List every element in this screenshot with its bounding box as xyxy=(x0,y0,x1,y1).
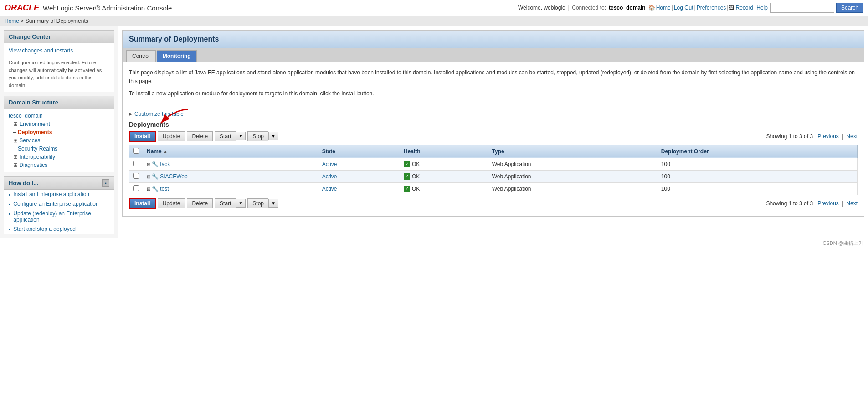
ds-root[interactable]: tesco_domain xyxy=(4,112,114,120)
sidebar-item-deployments[interactable]: – Deployments xyxy=(4,128,114,136)
hdi-item-install[interactable]: Install an Enterprise application xyxy=(4,190,114,199)
showing-count-top: Showing 1 to 3 of 3 xyxy=(766,133,813,140)
tab-control[interactable]: Control xyxy=(126,50,156,62)
content-area: Summary of Deployments Control Monitorin… xyxy=(118,26,868,238)
row-checkbox-1 xyxy=(129,170,143,182)
row-name-link-1[interactable]: SIACEWeb xyxy=(160,173,187,180)
row-name-2: ⊞ 🔧 test xyxy=(143,182,318,195)
domain-structure-tree: tesco_domain ⊞ Environment – Deployments… xyxy=(4,109,114,172)
start-split-top: Start ▼ xyxy=(215,131,246,141)
row-state-link-1[interactable]: Active xyxy=(322,173,337,180)
main-layout: Change Center View changes and restarts … xyxy=(0,26,868,238)
next-link-bottom[interactable]: Next xyxy=(846,200,858,207)
description-p2: To install a new application or module f… xyxy=(129,89,858,98)
row-checkbox-0 xyxy=(129,158,143,170)
hdi-item-update[interactable]: Update (redeploy) an Enterprise applicat… xyxy=(4,209,114,224)
start-arrow-bottom[interactable]: ▼ xyxy=(236,199,246,208)
view-changes-link[interactable]: View changes and restarts xyxy=(4,46,114,55)
row-health-text-1: OK xyxy=(412,173,420,180)
change-center-title: Change Center xyxy=(4,31,114,43)
start-split-bottom: Start ▼ xyxy=(215,198,246,208)
table-row: ⊞ 🔧 test Active ✓ OK Web Application 100 xyxy=(129,182,858,195)
update-button-top[interactable]: Update xyxy=(158,131,185,141)
row-state-link-2[interactable]: Active xyxy=(322,186,337,192)
row-name-link-2[interactable]: test xyxy=(160,186,169,192)
select-all-checkbox[interactable] xyxy=(133,148,139,154)
row-health-text-0: OK xyxy=(412,161,420,167)
breadcrumb-home[interactable]: Home xyxy=(5,18,19,24)
logout-link[interactable]: Log Out xyxy=(674,5,693,11)
breadcrumb: Home > Summary of Deployments xyxy=(0,16,868,26)
sidebar-item-services[interactable]: ⊞ Services xyxy=(4,136,114,145)
row-order-1: 100 xyxy=(657,170,857,182)
row-state-link-0[interactable]: Active xyxy=(322,161,337,167)
row-check-0[interactable] xyxy=(133,161,139,166)
start-button-top[interactable]: Start xyxy=(215,131,236,141)
bottom-toolbar: Install Update Delete Start ▼ Stop ▼ xyxy=(129,198,858,209)
search-input[interactable] xyxy=(770,3,834,13)
row-order-2: 100 xyxy=(657,182,857,195)
minimize-button[interactable]: ▪ xyxy=(102,179,109,187)
table-row: ⊞ 🔧 fack Active ✓ OK Web Application 100 xyxy=(129,158,858,170)
sidebar: Change Center View changes and restarts … xyxy=(0,26,118,238)
sidebar-item-security-realms[interactable]: – Security Realms xyxy=(4,145,114,153)
toolbar-bottom-left: Install Update Delete Start ▼ Stop ▼ xyxy=(129,198,278,209)
col-header-state: State xyxy=(318,145,400,158)
row-state-1: Active xyxy=(318,170,400,182)
footer: CSDN @曲折上升 xyxy=(0,238,868,249)
install-button-top[interactable]: Install xyxy=(129,131,156,142)
description-p1: This page displays a list of Java EE app… xyxy=(129,68,858,86)
sidebar-item-environment[interactable]: ⊞ Environment xyxy=(4,120,114,128)
watermark: CSDN @曲折上升 xyxy=(823,240,863,246)
sidebar-item-diagnostics[interactable]: ⊞ Diagnostics xyxy=(4,161,114,169)
row-health-text-2: OK xyxy=(412,186,420,192)
install-button-bottom[interactable]: Install xyxy=(129,198,156,209)
col-header-type: Type xyxy=(488,145,657,158)
search-button[interactable]: Search xyxy=(836,3,863,13)
customize-link[interactable]: ▶ Customize this table xyxy=(129,111,858,117)
image-icon: 🖼 xyxy=(729,5,734,11)
change-center-desc: Configuration editing is enabled. Future… xyxy=(4,56,114,92)
record-link[interactable]: Record xyxy=(735,5,753,11)
tab-monitoring[interactable]: Monitoring xyxy=(157,50,197,62)
header-left: ORACLE WebLogic Server® Administration C… xyxy=(5,3,172,13)
hdi-item-configure[interactable]: Configure an Enterprise application xyxy=(4,199,114,209)
row-state-0: Active xyxy=(318,158,400,170)
header-right: Welcome, weblogic | Connected to: tesco_… xyxy=(518,3,863,13)
stop-button-bottom[interactable]: Stop xyxy=(247,198,268,208)
stop-button-top[interactable]: Stop xyxy=(247,131,268,141)
pagination-bottom: Showing 1 to 3 of 3 Previous | Next xyxy=(766,200,858,207)
previous-link-top[interactable]: Previous xyxy=(817,133,839,140)
row-check-1[interactable] xyxy=(133,173,139,179)
oracle-logo: ORACLE xyxy=(5,3,39,13)
start-button-bottom[interactable]: Start xyxy=(215,198,236,208)
connected-domain: tesco_domain xyxy=(609,5,646,11)
stop-arrow-bottom[interactable]: ▼ xyxy=(268,199,278,208)
app-icon-0: 🔧 xyxy=(152,161,160,167)
row-name-link-0[interactable]: fack xyxy=(160,161,170,167)
row-name-0: ⊞ 🔧 fack xyxy=(143,158,318,170)
app-icon-2: 🔧 xyxy=(152,186,160,192)
showing-count-bottom: Showing 1 to 3 of 3 xyxy=(766,200,813,207)
page-title: Summary of Deployments xyxy=(123,31,864,48)
app-icon-1: 🔧 xyxy=(152,173,160,180)
toolbar-left: Install Update Delete Start ▼ Stop ▼ xyxy=(129,131,278,142)
how-do-i-title: How do I... ▪ xyxy=(4,177,114,190)
start-arrow-top[interactable]: ▼ xyxy=(236,132,246,140)
header: ORACLE WebLogic Server® Administration C… xyxy=(0,0,868,16)
stop-arrow-top[interactable]: ▼ xyxy=(268,132,278,140)
previous-link-bottom[interactable]: Previous xyxy=(817,200,839,207)
help-link[interactable]: Help xyxy=(756,5,768,11)
home-link[interactable]: Home xyxy=(656,5,671,11)
top-toolbar: Install Update Delete Start ▼ Stop ▼ xyxy=(129,131,858,142)
preferences-link[interactable]: Preferences xyxy=(697,5,726,11)
sidebar-item-interoperability[interactable]: ⊞ Interoperability xyxy=(4,153,114,161)
description-area: This page displays a list of Java EE app… xyxy=(123,62,864,106)
row-check-2[interactable] xyxy=(133,185,139,191)
delete-button-bottom[interactable]: Delete xyxy=(187,198,213,208)
hdi-item-start-stop[interactable]: Start and stop a deployed xyxy=(4,224,114,234)
next-link-top[interactable]: Next xyxy=(846,133,858,140)
row-type-1: Web Application xyxy=(488,170,657,182)
delete-button-top[interactable]: Delete xyxy=(187,131,213,141)
update-button-bottom[interactable]: Update xyxy=(158,198,185,208)
